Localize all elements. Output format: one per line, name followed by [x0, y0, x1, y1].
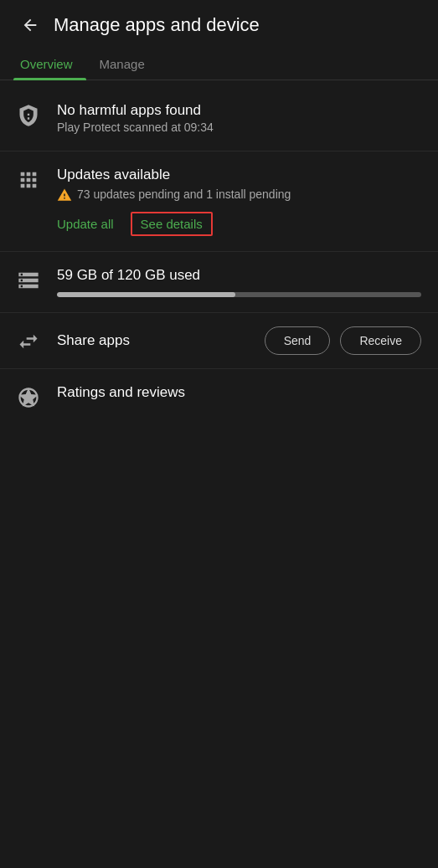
protect-subtitle: Play Protect scanned at 09:34	[57, 121, 421, 134]
storage-content: 59 GB of 120 GB used	[57, 267, 421, 297]
update-all-link[interactable]: Update all	[57, 217, 114, 231]
share-buttons: Send Receive	[265, 326, 421, 355]
share-content: Share apps	[57, 332, 265, 349]
warning-row: 73 updates pending and 1 install pending	[57, 187, 421, 203]
updates-title: Updates available	[57, 167, 421, 183]
receive-button[interactable]: Receive	[340, 326, 421, 355]
tabs-bar: Overview Manage	[0, 49, 438, 80]
shield-icon	[17, 104, 47, 127]
storage-section: 59 GB of 120 GB used	[0, 252, 438, 313]
tab-overview[interactable]: Overview	[13, 49, 86, 80]
storage-title: 59 GB of 120 GB used	[57, 267, 421, 284]
protect-content: No harmful apps found Play Protect scann…	[57, 102, 421, 136]
back-button[interactable]	[13, 8, 47, 42]
content-area: No harmful apps found Play Protect scann…	[0, 80, 438, 431]
header: Manage apps and device	[0, 0, 438, 49]
tab-manage[interactable]: Manage	[93, 49, 158, 80]
updates-content: Updates available 73 updates pending and…	[57, 167, 421, 236]
warning-text: 73 updates pending and 1 install pending	[77, 187, 291, 203]
storage-progress-fill	[57, 292, 235, 297]
storage-progress-bg	[57, 292, 421, 297]
page-title: Manage apps and device	[54, 14, 260, 36]
ratings-title: Ratings and reviews	[57, 384, 421, 401]
send-button[interactable]: Send	[265, 326, 331, 355]
protect-section: No harmful apps found Play Protect scann…	[0, 87, 438, 152]
share-section: Share apps Send Receive	[0, 313, 438, 369]
apps-icon	[17, 168, 47, 192]
protect-title: No harmful apps found	[57, 102, 421, 119]
storage-icon	[17, 269, 47, 292]
share-title: Share apps	[57, 332, 265, 349]
ratings-section: Ratings and reviews	[0, 369, 438, 424]
updates-action-row: Update all See details	[57, 212, 421, 236]
see-details-link[interactable]: See details	[131, 212, 213, 236]
updates-section: Updates available 73 updates pending and…	[0, 152, 438, 252]
share-icon	[17, 330, 47, 353]
ratings-content: Ratings and reviews	[57, 384, 421, 401]
star-icon	[17, 386, 47, 409]
